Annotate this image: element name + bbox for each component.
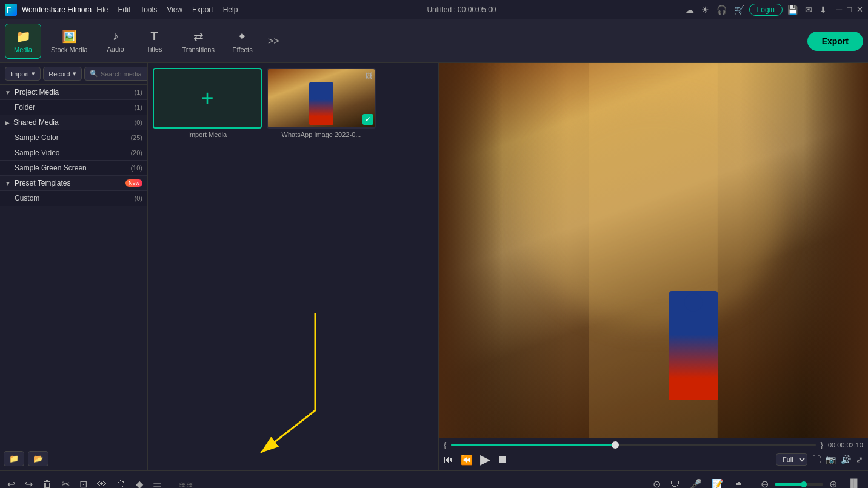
progress-bar[interactable] xyxy=(451,444,815,446)
equalizer-button[interactable]: ⚌ xyxy=(150,476,164,488)
tree-sample-video[interactable]: Sample Video (20) xyxy=(0,145,147,161)
import-chevron-icon: ▾ xyxy=(32,70,35,78)
import-media-box[interactable]: + Import Media xyxy=(153,68,262,138)
window-icons: 💾 ✉ ⬇ xyxy=(787,5,827,15)
bracket-left-icon[interactable]: { xyxy=(444,440,446,449)
stop-button[interactable]: ⏹ xyxy=(498,454,507,465)
menu-export[interactable]: Export xyxy=(192,5,213,14)
keyframe-button[interactable]: ◆ xyxy=(133,476,145,488)
menu-tools[interactable]: Tools xyxy=(140,5,157,14)
add-folder-button[interactable]: 📁 xyxy=(4,451,24,466)
media-panel: + Import Media 🖼 ✓ WhatsApp Image 2022-0… xyxy=(148,63,439,470)
crop-button[interactable]: ⊡ xyxy=(77,476,90,488)
titlebar-right: ☁ ☀ 🎧 🛒 Login 💾 ✉ ⬇ ─ □ ✕ xyxy=(686,4,863,16)
skip-back-button[interactable]: ⏮ xyxy=(444,454,453,465)
tree-preset-templates[interactable]: ▼ Preset Templates New xyxy=(0,176,147,191)
step-back-button[interactable]: ⏪ xyxy=(461,454,473,466)
motion-button[interactable]: 👁 xyxy=(95,476,109,489)
cloud-icon[interactable]: ☁ xyxy=(686,5,694,15)
progress-fill xyxy=(451,444,615,446)
toolbar-audio[interactable]: ♪ Audio xyxy=(98,24,134,58)
preview-video xyxy=(439,63,868,438)
main-toolbar: 📁 Media 🖼️ Stock Media ♪ Audio T Titles … xyxy=(0,19,868,63)
tree-project-media[interactable]: ▼ Project Media (1) xyxy=(0,85,147,100)
toolbar-more-button[interactable]: >> xyxy=(263,31,284,52)
image-type-icon: 🖼 xyxy=(365,72,372,80)
import-button[interactable]: Import ▾ xyxy=(5,67,41,81)
pip-timeline-icon[interactable]: 🖥 xyxy=(731,476,746,489)
audio-label: Audio xyxy=(107,45,124,53)
headphone-icon[interactable]: 🎧 xyxy=(716,5,727,15)
toolbar-effects[interactable]: ✦ Effects xyxy=(224,24,261,58)
waveform-button[interactable]: ≋≋ xyxy=(176,477,196,489)
export-button[interactable]: Export xyxy=(807,32,863,51)
media-item-whatsapp[interactable]: 🖼 ✓ WhatsApp Image 2022-0... xyxy=(267,68,376,138)
mail-icon[interactable]: ✉ xyxy=(805,5,812,15)
record-label: Record xyxy=(48,70,70,78)
subtitle-icon[interactable]: 📝 xyxy=(709,476,726,488)
tree-folder[interactable]: Folder (1) xyxy=(0,100,147,115)
menu-help[interactable]: Help xyxy=(223,5,238,14)
quality-select[interactable]: Full 1/2 1/4 xyxy=(776,453,807,466)
fullscreen-icon[interactable]: ⛶ xyxy=(812,455,821,464)
titlebar-menu: File Edit Tools View Export Help xyxy=(96,5,238,14)
toolbar-stock-media[interactable]: 🖼️ Stock Media xyxy=(44,24,95,58)
project-media-label: Project Media xyxy=(15,88,125,96)
mask-icon[interactable]: 🛡 xyxy=(668,476,683,489)
titles-icon: T xyxy=(150,29,158,43)
blend-icon[interactable]: ⊙ xyxy=(650,476,663,488)
snapshot-icon[interactable]: 📷 xyxy=(826,455,836,464)
media-label: Media xyxy=(14,46,32,53)
tree-sample-color[interactable]: Sample Color (25) xyxy=(0,130,147,145)
login-button[interactable]: Login xyxy=(749,4,783,16)
menu-view[interactable]: View xyxy=(167,5,182,14)
play-button[interactable]: ▶ xyxy=(480,452,490,467)
tree-sample-green-screen[interactable]: Sample Green Screen (10) xyxy=(0,161,147,176)
tree-custom[interactable]: Custom (0) xyxy=(0,191,147,206)
folder-count: (1) xyxy=(125,104,142,111)
menu-edit[interactable]: Edit xyxy=(118,5,131,14)
volume-icon[interactable]: 🔊 xyxy=(841,455,851,464)
snap-icon[interactable]: ▐▌ xyxy=(844,476,863,489)
plus-icon: + xyxy=(201,85,213,111)
undo-button[interactable]: ↩ xyxy=(5,476,18,488)
preview-controls: { } 00:00:02:10 ⏮ ⏪ ▶ ⏹ Full xyxy=(439,438,868,470)
sidebar-header: Import ▾ Record ▾ 🔍 ⚲ ⊞ xyxy=(0,63,147,85)
zoom-slider[interactable] xyxy=(775,483,823,486)
tree-shared-media[interactable]: ▶ Shared Media (0) xyxy=(0,115,147,130)
toolbar-media[interactable]: 📁 Media xyxy=(5,24,41,59)
delete-button[interactable]: 🗑 xyxy=(40,476,55,489)
save-icon[interactable]: 💾 xyxy=(787,5,798,15)
trim-end[interactable]: } xyxy=(821,440,823,449)
zoom-out-button[interactable]: ⊖ xyxy=(758,476,771,488)
menu-file[interactable]: File xyxy=(96,5,108,14)
pip-icon[interactable]: ⤢ xyxy=(856,455,863,464)
open-folder-button[interactable]: 📂 xyxy=(28,451,48,466)
record-button[interactable]: Record ▾ xyxy=(43,67,81,81)
custom-label: Custom xyxy=(15,194,125,202)
stock-media-label: Stock Media xyxy=(51,46,88,53)
whatsapp-thumb: 🖼 xyxy=(267,68,376,129)
download-icon[interactable]: ⬇ xyxy=(820,5,827,15)
trim-start[interactable]: { xyxy=(444,440,446,449)
minimize-button[interactable]: ─ xyxy=(836,5,842,14)
sample-green-screen-label: Sample Green Screen xyxy=(15,164,125,172)
bracket-right-icon[interactable]: } xyxy=(821,440,823,449)
cut-button[interactable]: ✂ xyxy=(59,476,72,488)
sample-color-count: (25) xyxy=(125,134,142,141)
toolbar-transitions[interactable]: ⇄ Transitions xyxy=(175,24,222,58)
maximize-button[interactable]: □ xyxy=(847,5,852,14)
sample-color-label: Sample Color xyxy=(15,133,125,142)
close-button[interactable]: ✕ xyxy=(856,5,863,14)
redo-button[interactable]: ↪ xyxy=(22,476,35,488)
app-logo: F xyxy=(5,4,17,16)
search-input[interactable] xyxy=(101,70,148,78)
speed-button[interactable]: ⏱ xyxy=(114,476,129,489)
toolbar-titles[interactable]: T Titles xyxy=(136,24,173,58)
cart-icon[interactable]: 🛒 xyxy=(734,5,744,15)
zoom-in-button[interactable]: ⊕ xyxy=(827,476,840,488)
mic-icon[interactable]: 🎤 xyxy=(687,476,704,488)
sun-icon[interactable]: ☀ xyxy=(701,5,709,15)
zoom-fill xyxy=(775,483,804,486)
titlebar-left: F Wondershare Filmora File Edit Tools Vi… xyxy=(5,4,238,16)
